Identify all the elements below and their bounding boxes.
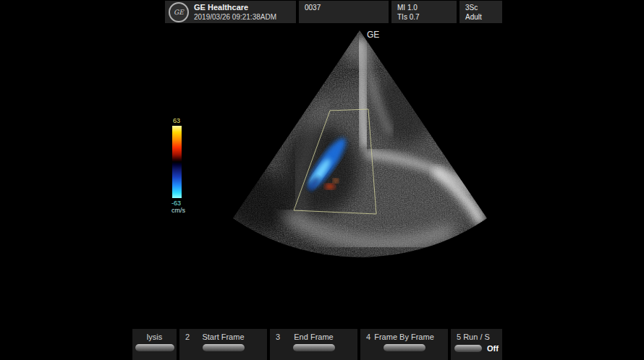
echo-image-group (217, 22, 514, 267)
ultrasound-sector-image: GE (0, 0, 644, 360)
softkey-frame-by-frame-button[interactable]: 4 Frame By Frame (360, 329, 448, 360)
softkey-label: lysis (132, 333, 177, 341)
colorbar-min-label: -63 (171, 200, 200, 207)
softkey-number: 4 (366, 333, 370, 341)
softkey-run-stop-button[interactable]: 5 Run / S Off (451, 329, 502, 360)
rotary-knob-indicator (384, 344, 425, 351)
colorbar-max-label: 63 (173, 117, 200, 124)
rotary-knob-indicator (203, 344, 245, 351)
rotary-knob-indicator (454, 345, 482, 352)
softkey-bar: lysis 2 Start Frame 3 End Frame 4 Frame … (132, 329, 502, 360)
colorbar-unit-label: cm/s (171, 207, 200, 214)
softkey-label: Frame By Frame (360, 333, 448, 341)
softkey-number: 3 (276, 333, 280, 341)
rotary-knob-indicator (293, 344, 335, 351)
softkey-number: 2 (185, 333, 190, 341)
colorbar-gradient (172, 126, 182, 198)
softkey-label: Start Frame (179, 333, 267, 341)
softkey-start-frame-button[interactable]: 2 Start Frame (179, 329, 267, 360)
rotary-knob-indicator (135, 344, 174, 351)
ge-watermark: GE (367, 30, 379, 40)
softkey-end-frame-button[interactable]: 3 End Frame (270, 329, 357, 360)
softkey-label: End Frame (270, 333, 357, 341)
softkey-number: 5 (457, 333, 461, 341)
color-scale: 63 -63 cm/s (171, 117, 200, 214)
ultrasound-screen: GE GE Healthcare 2019/03/26 09:21:38ADM … (0, 0, 644, 360)
run-stop-state: Off (487, 344, 499, 353)
softkey-analysis-button[interactable]: lysis (132, 329, 177, 360)
